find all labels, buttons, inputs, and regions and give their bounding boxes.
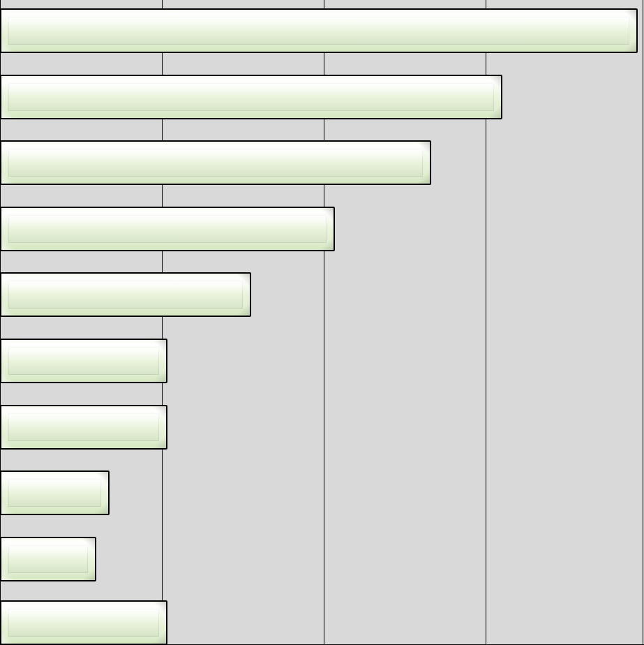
bar-2 [0,75,502,119]
bar-9 [0,537,96,581]
bar-4 [0,207,335,251]
bar-chart [0,0,644,645]
bar-3 [0,140,431,185]
bar-8 [0,470,110,515]
bars-container [0,0,644,645]
bar-10 [0,600,167,645]
bar-7 [0,405,167,450]
bar-5 [0,272,251,317]
bar-6 [0,339,167,383]
bar-1 [0,8,638,53]
